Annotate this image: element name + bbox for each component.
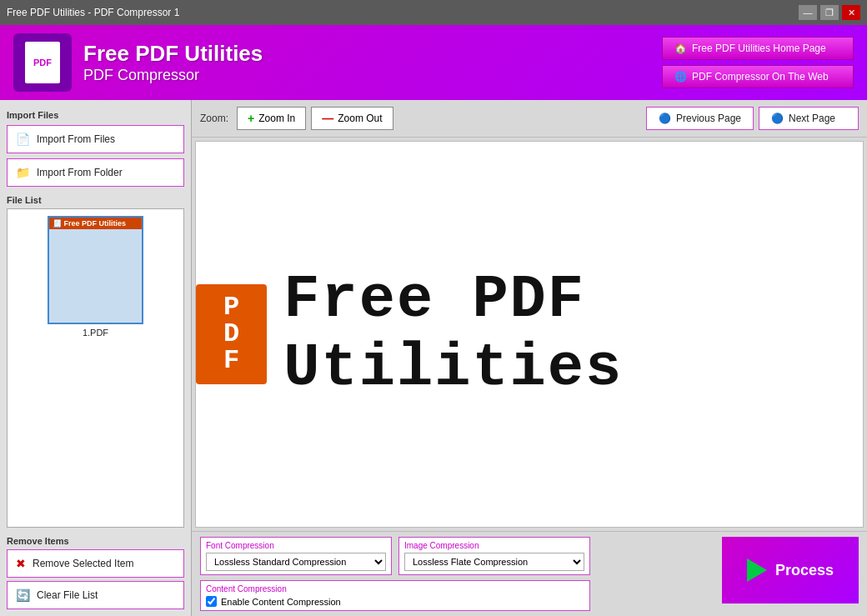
content-area: Import Files Import From Files Import Fr… [0,100,867,616]
header-title: Free PDF Utilities PDF Compressor [83,41,263,84]
content-compression-checkbox[interactable] [206,596,217,607]
next-page-label: Next Page [789,113,835,124]
tool-name: PDF Compressor [83,67,263,84]
header: Free PDF Utilities PDF Compressor Free P… [0,25,867,100]
web-page-label: PDF Compressor On The Web [692,71,829,83]
zoom-in-button[interactable]: Zoom In [237,107,306,130]
import-folder-label: Import From Folder [37,167,123,178]
preview-pdf-text: P D F [223,294,239,374]
web-page-button[interactable]: PDF Compressor On The Web [662,65,854,88]
close-button[interactable]: ✕ [842,5,860,20]
file-list-box[interactable]: 🧾 Free PDF Utilities 1.PDF [7,208,184,528]
title-bar-text: Free PDF Utilities - PDF Compressor 1 [7,7,179,18]
font-compression-group: Font Compression Lossless Standard Compr… [200,537,392,575]
zoom-out-label: Zoom Out [338,113,382,124]
content-compression-label: Content Compression [206,584,584,593]
content-compression-checkbox-label: Enable Content Compression [221,597,341,607]
file-thumbnail: 🧾 Free PDF Utilities [48,216,143,324]
header-left: Free PDF Utilities PDF Compressor [13,33,263,92]
prev-icon [659,113,671,124]
remove-section-label: Remove Items [7,536,184,546]
remove-icon [16,557,26,570]
left-panel: Import Files Import From Files Import Fr… [0,100,192,616]
font-compression-select[interactable]: Lossless Standard Compression No Compres… [206,553,386,571]
toolbar: Zoom: Zoom In Zoom Out Previous Page Nex… [192,100,867,138]
process-button[interactable]: Process [722,537,859,603]
home-page-label: Free PDF Utilities Home Page [692,43,826,54]
image-compression-group: Image Compression Lossless Flate Compres… [398,537,590,575]
remove-section: Remove Items Remove Selected Item Clear … [7,533,184,609]
clear-file-list-button[interactable]: Clear File List [7,581,184,609]
file-list-label: File List [7,195,184,205]
preview-area: P D F Free PDF Utilities [195,141,864,528]
previous-page-button[interactable]: Previous Page [646,107,754,130]
file-thumb-body [49,229,142,323]
clear-list-label: Clear File List [37,589,98,601]
checkbox-row: Enable Content Compression [206,596,584,607]
file-thumb-header: 🧾 Free PDF Utilities [49,218,142,229]
file-name: 1.PDF [83,328,108,338]
header-buttons: Free PDF Utilities Home Page PDF Compres… [662,37,854,88]
compression-section: Font Compression Lossless Standard Compr… [200,537,590,611]
process-label: Process [775,562,834,579]
image-compression-select[interactable]: Lossless Flate Compression No Compressio… [404,553,584,571]
prev-page-label: Previous Page [676,113,741,124]
zoom-out-button[interactable]: Zoom Out [311,107,393,130]
title-bar: Free PDF Utilities - PDF Compressor 1 — … [0,0,867,25]
folder-icon [16,166,30,179]
main-window: Free PDF Utilities PDF Compressor Free P… [0,25,867,616]
pdf-letter-f: F [223,348,239,374]
home-icon [674,43,687,54]
import-files-label: Import From Files [37,133,115,145]
bottom-bar: Font Compression Lossless Standard Compr… [192,531,867,616]
font-compression-label: Font Compression [206,541,386,550]
zoom-in-icon [248,112,254,125]
file-list-section: File List 🧾 Free PDF Utilities 1.PDF [7,192,184,528]
pdf-letter-d: D [223,321,239,348]
restore-button[interactable]: ❐ [820,5,839,20]
right-panel: Zoom: Zoom In Zoom Out Previous Page Nex… [192,100,867,616]
zoom-label: Zoom: [200,113,228,124]
list-item[interactable]: 🧾 Free PDF Utilities 1.PDF [46,216,146,338]
import-folder-button[interactable]: Import From Folder [7,158,184,187]
zoom-out-icon [322,112,333,125]
compression-row: Font Compression Lossless Standard Compr… [200,537,590,575]
title-bar-controls: — ❐ ✕ [799,5,860,20]
app-logo-icon [13,33,72,92]
preview-pdf-icon: P D F [196,284,267,384]
refresh-icon [16,588,30,602]
remove-selected-label: Remove Selected Item [33,558,133,569]
play-icon [747,558,767,582]
globe-icon [674,71,687,83]
import-section-label: Import Files [7,110,184,120]
remove-selected-button[interactable]: Remove Selected Item [7,549,184,578]
next-page-button[interactable]: Next Page [759,107,859,130]
preview-logo: P D F Free PDF Utilities [196,266,863,403]
zoom-in-label: Zoom In [258,113,295,124]
pdf-letter-p: P [223,294,239,321]
content-compression-group: Content Compression Enable Content Compr… [200,580,590,611]
next-icon [771,113,784,124]
image-compression-label: Image Compression [404,541,584,550]
app-name: Free PDF Utilities [83,41,263,67]
import-files-button[interactable]: Import From Files [7,125,184,153]
doc-icon [16,133,30,146]
preview-logo-text: Free PDF Utilities [283,266,863,403]
minimize-button[interactable]: — [799,5,817,20]
logo-page [25,42,60,83]
home-page-button[interactable]: Free PDF Utilities Home Page [662,37,854,60]
